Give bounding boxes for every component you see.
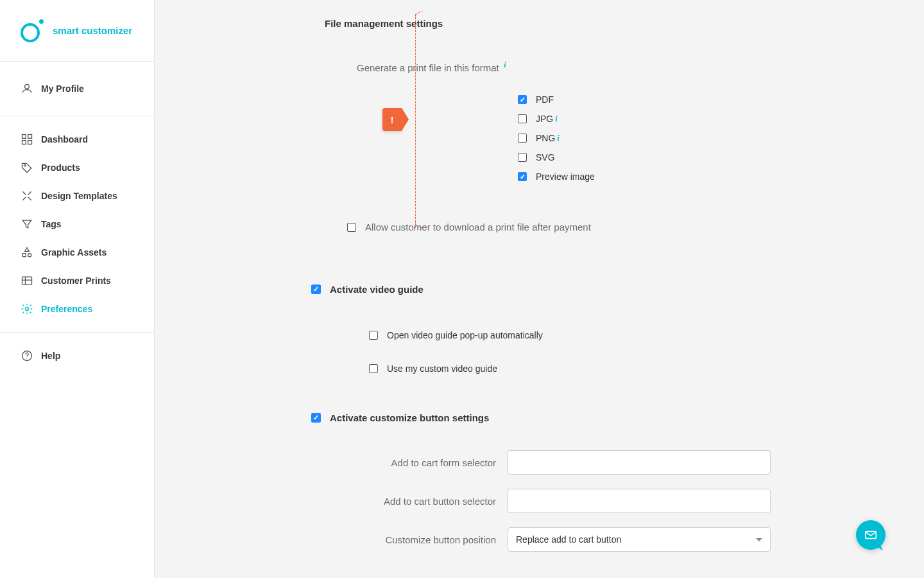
sidebar-item-help[interactable]: Help (0, 342, 154, 370)
svg-rect-8 (22, 277, 32, 285)
sidebar-item-graphic-assets[interactable]: Graphic Assets (0, 238, 154, 267)
format-label: PNG (536, 133, 555, 143)
sidebar-item-label: My Profile (41, 83, 84, 94)
svg-point-5 (24, 164, 26, 166)
button-selector-input[interactable] (508, 489, 771, 513)
sidebar-item-dashboard[interactable]: Dashboard (0, 125, 154, 153)
brand-name: smart customizer (53, 25, 132, 36)
image-grid-icon (21, 274, 33, 287)
format-label: PDF (536, 94, 554, 105)
format-row: Generate a print file in this format i (257, 60, 886, 74)
sidebar-item-label: Products (41, 162, 80, 173)
position-row: Customize button position Replace add to… (257, 527, 886, 552)
format-label: JPG (536, 114, 553, 124)
sidebar-item-tags[interactable]: Tags (0, 210, 154, 238)
tag-icon (21, 161, 33, 174)
format-row-preview-image: Preview image (518, 171, 886, 182)
button-selector-label: Add to cart button selector (257, 496, 508, 507)
checkbox-format-svg[interactable] (518, 153, 527, 162)
alert-badge[interactable]: ! (382, 108, 402, 131)
chevron-down-icon (756, 538, 762, 541)
checkbox-format-pdf[interactable] (518, 95, 527, 104)
sidebar-item-design-templates[interactable]: Design Templates (0, 182, 154, 210)
form-selector-input[interactable] (508, 450, 771, 475)
form-selector-label: Add to cart form selector (257, 457, 508, 468)
checkbox-open-auto[interactable] (369, 331, 378, 340)
open-auto-label: Open video guide pop-up automatically (387, 330, 543, 340)
svg-rect-2 (28, 135, 32, 139)
sidebar-item-label: Customer Prints (41, 276, 111, 286)
svg-point-9 (26, 308, 29, 311)
position-value: Replace add to cart button (516, 534, 621, 545)
mail-icon (864, 528, 878, 542)
activate-customize-label: Activate customize button settings (330, 412, 489, 423)
allow-download-row: Allow customer to download a print file … (257, 222, 886, 232)
alert-text: ! (391, 114, 394, 125)
tools-icon (21, 189, 33, 202)
sidebar-item-customer-prints[interactable]: Customer Prints (0, 267, 154, 295)
info-icon[interactable]: i (557, 133, 560, 143)
svg-rect-1 (22, 135, 26, 139)
svg-rect-6 (22, 254, 26, 257)
sidebar-item-preferences[interactable]: Preferences (0, 295, 154, 323)
sidebar-item-label: Help (41, 351, 60, 361)
shapes-icon (21, 246, 33, 259)
activate-customize-row: Activate customize button settings (257, 412, 886, 423)
format-row-pdf: PDF (518, 94, 886, 105)
checkbox-activate-customize[interactable] (311, 413, 321, 423)
checkbox-allow-download[interactable] (347, 223, 356, 232)
section-title: File management settings (257, 18, 886, 29)
user-icon (21, 82, 33, 95)
help-icon (21, 349, 33, 362)
svg-point-11 (27, 358, 28, 359)
form-selector-row: Add to cart form selector (257, 450, 886, 475)
custom-video-label: Use my custom video guide (387, 363, 497, 374)
info-icon[interactable]: i (555, 114, 558, 124)
checkbox-format-preview-image[interactable] (518, 172, 527, 181)
svg-point-7 (28, 254, 31, 257)
format-subhead: Generate a print file in this format (257, 62, 499, 73)
dashboard-icon (21, 133, 33, 146)
filter-icon (21, 218, 33, 231)
svg-rect-3 (22, 141, 26, 144)
activate-video-label: Activate video guide (330, 284, 424, 295)
format-label: Preview image (536, 171, 595, 182)
logo-icon (21, 19, 44, 42)
main-content: ! File management settings Generate a pr… (155, 0, 924, 578)
chat-button[interactable] (856, 520, 886, 550)
checkbox-format-png[interactable] (518, 134, 527, 143)
video-subchecks: Open video guide pop-up automatically Us… (257, 330, 886, 374)
nav-main: Dashboard Products Design Templates Tags… (0, 116, 154, 323)
brand: smart customizer (0, 0, 154, 62)
format-row-png: PNGi (518, 133, 886, 143)
format-row-svg: SVG (518, 152, 886, 162)
svg-rect-4 (28, 141, 32, 144)
sidebar-item-my-profile[interactable]: My Profile (0, 74, 154, 103)
format-list: PDFJPGiPNGiSVGPreview image (257, 94, 886, 182)
sidebar-item-label: Tags (41, 219, 62, 229)
allow-download-label: Allow customer to download a print file … (365, 222, 591, 232)
sidebar-item-label: Graphic Assets (41, 247, 107, 258)
position-select[interactable]: Replace add to cart button (508, 527, 771, 552)
checkbox-activate-video[interactable] (311, 285, 321, 294)
format-row-jpg: JPGi (518, 114, 886, 124)
position-label: Customize button position (257, 534, 508, 545)
sidebar-item-label: Preferences (41, 304, 92, 314)
info-icon[interactable]: i (504, 60, 506, 70)
svg-point-0 (25, 84, 30, 89)
activate-video-row: Activate video guide (257, 284, 886, 295)
profile-section: My Profile (0, 62, 154, 116)
button-selector-row: Add to cart button selector (257, 489, 886, 513)
sidebar-item-label: Dashboard (41, 134, 88, 144)
gear-icon (21, 302, 33, 315)
format-label: SVG (536, 152, 555, 162)
sidebar: smart customizer My Profile Dashboard Pr… (0, 0, 155, 578)
checkbox-custom-video[interactable] (369, 364, 378, 373)
sidebar-item-products[interactable]: Products (0, 153, 154, 182)
sidebar-item-label: Design Templates (41, 191, 117, 201)
checkbox-format-jpg[interactable] (518, 114, 527, 123)
